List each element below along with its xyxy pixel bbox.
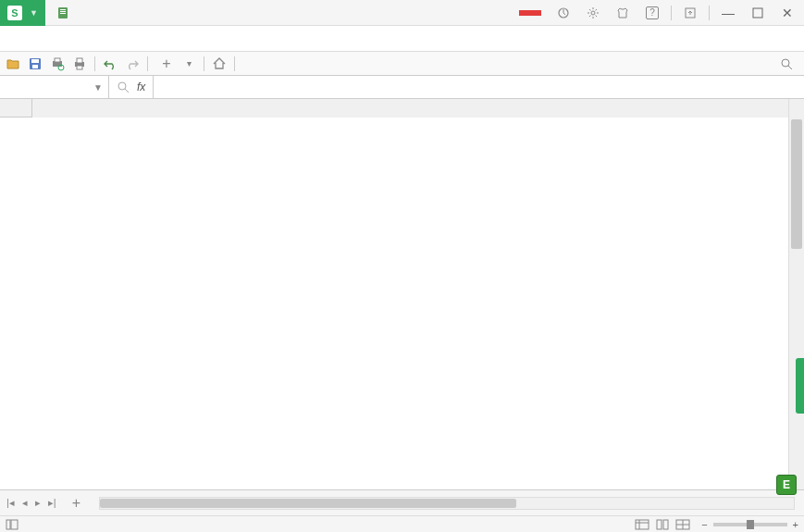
first-sheet-icon[interactable]: |◂ (4, 495, 18, 511)
file-icon (56, 6, 69, 19)
svg-rect-21 (636, 520, 649, 529)
login-button[interactable] (519, 10, 541, 16)
minimize-button[interactable]: — (715, 2, 741, 24)
sheet-area (0, 99, 804, 489)
formula-input[interactable] (154, 76, 804, 98)
add-tab-icon[interactable]: + (157, 55, 176, 73)
menu-bar (0, 26, 804, 52)
vertical-scrollbar[interactable] (788, 99, 804, 489)
svg-rect-16 (77, 66, 82, 69)
view-reader-icon[interactable] (675, 519, 690, 530)
doc-map-icon[interactable] (6, 519, 19, 530)
name-box-dropdown-icon[interactable]: ▼ (93, 82, 103, 93)
svg-rect-24 (657, 520, 662, 529)
window-title (56, 6, 75, 19)
title-right-controls: ? — ✕ (519, 2, 804, 24)
close-button[interactable]: ✕ (774, 2, 800, 24)
print-preview-icon[interactable] (48, 55, 67, 73)
redo-icon[interactable] (123, 55, 142, 73)
tab-list-icon[interactable]: ▾ (179, 55, 198, 73)
fx-button[interactable]: fx (137, 80, 145, 93)
search-icon (780, 57, 793, 70)
skin-icon[interactable] (610, 2, 636, 24)
open-icon[interactable] (4, 55, 22, 73)
svg-rect-9 (31, 59, 39, 63)
settings-icon[interactable] (580, 2, 606, 24)
svg-point-17 (782, 59, 789, 67)
svg-rect-10 (32, 65, 38, 68)
undo-icon[interactable] (101, 55, 119, 73)
watermark-icon: E (776, 475, 797, 495)
zoom-slider[interactable] (713, 523, 787, 526)
svg-rect-15 (77, 58, 82, 63)
print-icon[interactable] (70, 55, 89, 73)
svg-rect-19 (6, 520, 10, 529)
home-icon[interactable] (210, 55, 229, 73)
last-sheet-icon[interactable]: ▸| (45, 495, 59, 511)
sync-icon[interactable] (550, 2, 576, 24)
prev-sheet-icon[interactable]: ◂ (19, 495, 31, 511)
horizontal-scrollbar[interactable] (99, 497, 795, 510)
wps-logo[interactable]: S ▼ (0, 0, 45, 26)
maximize-button[interactable] (745, 2, 771, 24)
title-bar: S ▼ ? — ✕ (0, 0, 804, 26)
save-icon[interactable] (26, 55, 44, 73)
side-tab[interactable] (796, 358, 804, 414)
svg-rect-25 (663, 520, 668, 529)
view-page-icon[interactable] (655, 519, 670, 530)
svg-rect-2 (60, 11, 66, 12)
doc-tab-bar: + ▾ (0, 52, 804, 76)
add-sheet-button[interactable]: + (63, 491, 90, 515)
hscroll-thumb[interactable] (100, 499, 516, 508)
app-menu-chevron-icon: ▼ (30, 8, 38, 18)
vscroll-thumb[interactable] (791, 119, 802, 249)
next-sheet-icon[interactable]: ▸ (32, 495, 43, 511)
wps-logo-icon: S (7, 6, 22, 20)
status-bar: − + (0, 515, 804, 532)
zoom-in-button[interactable]: + (793, 519, 798, 530)
svg-point-5 (591, 11, 595, 15)
min-ribbon-icon[interactable] (677, 2, 703, 24)
column-headers[interactable] (32, 99, 804, 118)
search-command[interactable] (780, 57, 800, 70)
view-normal-icon[interactable] (635, 519, 649, 530)
cells-grid[interactable] (32, 118, 804, 489)
select-all-corner[interactable] (0, 99, 32, 118)
svg-rect-12 (55, 58, 60, 62)
svg-rect-1 (60, 9, 66, 10)
svg-rect-7 (753, 8, 762, 18)
svg-rect-3 (60, 13, 66, 14)
formula-bar: ▼ fx (0, 76, 804, 99)
name-box[interactable]: ▼ (0, 76, 109, 98)
watermark: E (776, 475, 798, 495)
svg-rect-20 (11, 520, 18, 529)
zoom-out-button[interactable]: − (701, 519, 707, 530)
help-icon[interactable]: ? (639, 2, 665, 24)
svg-point-18 (118, 82, 126, 90)
sheet-tab-bar: |◂ ◂ ▸ ▸| + (0, 489, 804, 515)
fx-search-icon[interactable] (117, 80, 130, 93)
